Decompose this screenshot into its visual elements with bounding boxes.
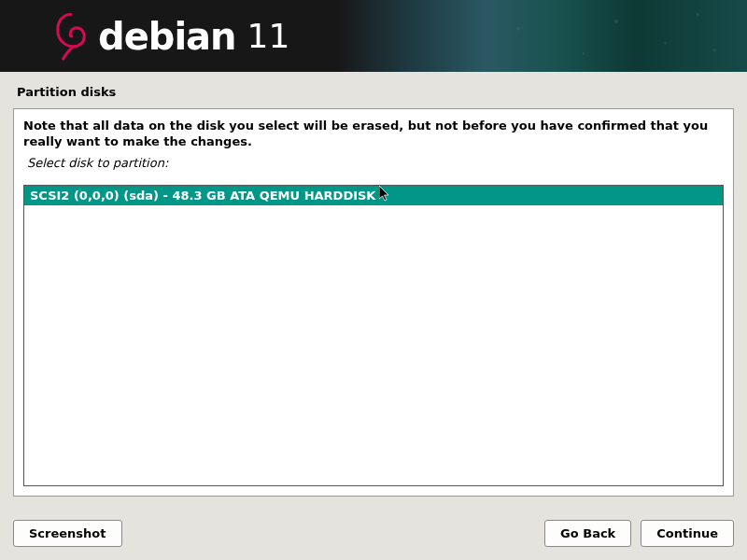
disk-list[interactable]: SCSI2 (0,0,0) (sda) - 48.3 GB ATA QEMU H…: [23, 185, 724, 486]
header-decoration: [420, 0, 747, 72]
installer-header: debian 11: [0, 0, 747, 72]
content-panel: Note that all data on the disk you selec…: [13, 108, 734, 497]
brand-version: 11: [247, 17, 290, 55]
nav-button-group: Go Back Continue: [544, 520, 734, 547]
debian-swirl-icon: [51, 10, 91, 62]
disk-option[interactable]: SCSI2 (0,0,0) (sda) - 48.3 GB ATA QEMU H…: [24, 186, 723, 205]
screenshot-button[interactable]: Screenshot: [13, 520, 122, 547]
page-title: Partition disks: [0, 72, 747, 108]
continue-button[interactable]: Continue: [641, 520, 734, 547]
warning-text: Note that all data on the disk you selec…: [14, 109, 733, 156]
brand-name: debian: [98, 15, 236, 58]
button-bar: Screenshot Go Back Continue: [13, 520, 734, 547]
go-back-button[interactable]: Go Back: [544, 520, 631, 547]
prompt-text: Select disk to partition:: [14, 156, 733, 175]
